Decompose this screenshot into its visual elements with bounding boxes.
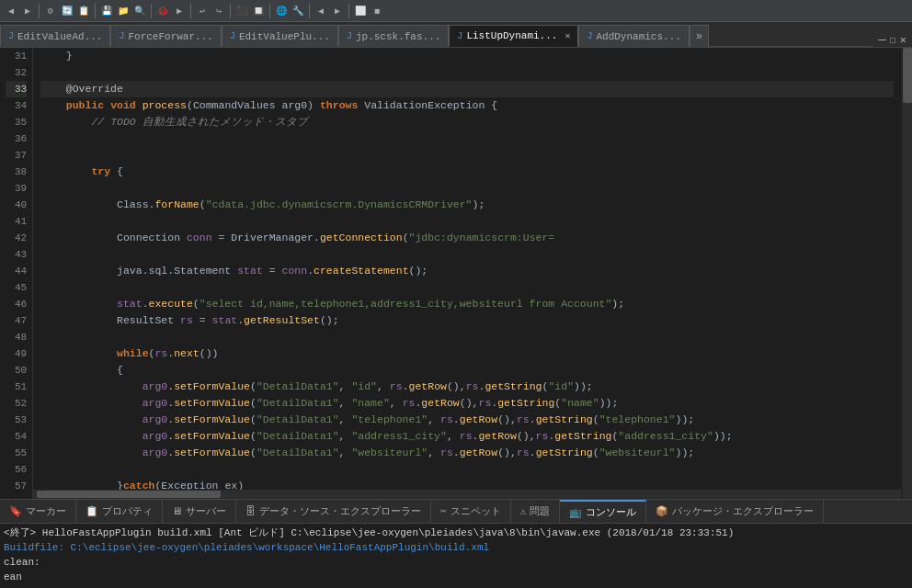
tab-close-5[interactable]: ✕ — [564, 30, 570, 41]
code-line-46: stat.execute("select id,name,telephone1,… — [40, 296, 894, 312]
code-line-49: while(rs.next()) — [40, 345, 894, 362]
code-line-53: arg0.setFormValue("DetailData1", "teleph… — [40, 412, 894, 428]
toolbar-icon-3[interactable]: 🔄 — [60, 4, 74, 18]
code-line-39 — [40, 180, 894, 197]
maximize-button[interactable]: ☐ — [890, 33, 896, 47]
bottom-tab-problems-label: 問題 — [530, 504, 550, 518]
toolbar-sep-7 — [309, 4, 310, 18]
toolbar-icon-7[interactable]: 🔍 — [132, 4, 147, 18]
bottom-tab-package[interactable]: 📦 パッケージ・エクスプローラー — [646, 500, 824, 524]
editor-tabbar: J EditValueAd... J ForceForwar... J Edit… — [0, 22, 912, 48]
code-lines: } @Override public void process(CommandV… — [33, 48, 901, 499]
tab-icon-5: J — [457, 31, 462, 41]
code-line-42: Connection conn = DriverManager.getConne… — [40, 230, 894, 246]
toolbar-run-icon[interactable]: ▶ — [172, 4, 187, 18]
toolbar-undo-icon[interactable]: ↩ — [195, 4, 210, 18]
tab-overflow[interactable]: » — [690, 25, 709, 47]
bottom-tab-datasource[interactable]: 🗄 データ・ソース・エクスプローラー — [236, 500, 431, 524]
console-line-2: Buildfile: C:\eclipse\jee-oxygen\pleiade… — [4, 540, 908, 555]
toolbar-nav-back-icon[interactable]: ◀ — [314, 4, 328, 18]
code-line-37 — [40, 147, 894, 164]
bottom-tab-marker[interactable]: 🔖 マーカー — [0, 500, 76, 524]
code-line-38: try { — [40, 164, 894, 180]
toolbar-collapse-icon[interactable]: ◼ — [370, 4, 384, 18]
bottom-tab-marker-icon: 🔖 — [9, 505, 22, 517]
tab-jpscsk[interactable]: J jp.scsk.fas... — [338, 25, 449, 47]
bottom-tab-properties-icon: 📋 — [86, 505, 98, 517]
tab-editvalueplu[interactable]: J EditValuePlu... — [222, 25, 338, 47]
bottom-tab-problems[interactable]: ⚠ 問題 — [511, 500, 561, 524]
console-line-1: <終了> HelloFastAppPlugin build.xml [Ant ビ… — [4, 526, 908, 540]
toolbar-icon-11[interactable]: 🔧 — [291, 4, 305, 18]
bottom-tab-console[interactable]: 📺 コンソール — [560, 500, 646, 524]
bottom-tab-server[interactable]: 🖥 サーバー — [163, 500, 236, 524]
code-minimap — [901, 48, 912, 499]
bottom-tab-snippet-label: スニペット — [450, 504, 501, 518]
code-line-36 — [40, 130, 894, 147]
toolbar-sep-5 — [230, 4, 231, 18]
console-line-4: ean — [4, 570, 908, 584]
bottom-tab-datasource-icon: 🗄 — [245, 505, 256, 517]
toolbar-expand-icon[interactable]: ⬜ — [353, 4, 368, 18]
console-line-3: clean: — [4, 555, 908, 570]
toolbar-icon-4[interactable]: 📋 — [76, 4, 91, 18]
tab-overflow-icon: » — [696, 30, 702, 43]
code-line-56 — [40, 461, 894, 478]
code-line-55: arg0.setFormValue("DetailData1", "websit… — [40, 445, 894, 461]
bottom-panel: 🔖 マーカー 📋 プロパティ 🖥 サーバー 🗄 データ・ソース・エクスプローラー… — [0, 499, 912, 588]
code-line-41 — [40, 213, 894, 230]
tab-label-6: AddDynamics... — [596, 31, 680, 42]
tab-icon-4: J — [347, 31, 352, 41]
code-line-35: // TODO 自動生成されたメソッド・スタブ — [40, 114, 894, 130]
code-line-34: public void process(CommandValues arg0) … — [40, 97, 894, 114]
toolbar-debug-icon[interactable]: 🐞 — [155, 4, 170, 18]
bottom-tab-problems-icon: ⚠ — [520, 505, 527, 517]
vertical-scrollbar-track[interactable] — [903, 48, 912, 499]
tab-label-4: jp.scsk.fas... — [356, 31, 440, 42]
tab-icon-6: J — [587, 31, 592, 41]
tab-forceforwar[interactable]: J ForceForwar... — [110, 25, 221, 47]
bottom-tab-snippet[interactable]: ✂ スニペット — [431, 500, 511, 524]
toolbar-icon-9[interactable]: 🔲 — [251, 4, 266, 18]
toolbar-redo-icon[interactable]: ↪ — [211, 4, 226, 18]
line-number-gutter: 31 32 33 34 35 36 37 38 39 40 41 42 43 4… — [0, 48, 33, 499]
toolbar-back-icon[interactable]: ◀ — [4, 4, 18, 18]
tab-label-1: EditValueAd... — [17, 31, 102, 42]
toolbar-icon-5[interactable]: 💾 — [99, 4, 114, 18]
vertical-scrollbar-thumb[interactable] — [903, 48, 912, 103]
code-line-51: arg0.setFormValue("DetailData1", "id", r… — [40, 379, 894, 395]
bottom-tab-properties[interactable]: 📋 プロパティ — [76, 500, 163, 524]
code-line-43 — [40, 246, 894, 263]
bottom-tab-package-label: パッケージ・エクスプローラー — [672, 504, 814, 518]
code-line-33: @Override — [40, 81, 894, 97]
bottom-tab-console-label: コンソール — [586, 505, 636, 519]
toolbar-icon-1[interactable]: ▶ — [20, 4, 35, 18]
tab-editvaluead[interactable]: J EditValueAd... — [0, 25, 110, 47]
minimize-button[interactable]: — — [878, 32, 885, 47]
code-line-45 — [40, 279, 894, 296]
console-output[interactable]: <終了> HelloFastAppPlugin build.xml [Ant ビ… — [0, 524, 912, 588]
toolbar-icon-8[interactable]: ⬛ — [234, 4, 249, 18]
code-editor[interactable]: } @Override public void process(CommandV… — [33, 48, 901, 499]
toolbar-nav-fwd-icon[interactable]: ▶ — [330, 4, 345, 18]
bottom-tab-server-icon: 🖥 — [172, 505, 182, 517]
toolbar-icon-2[interactable]: ⚙ — [43, 4, 58, 18]
code-line-54: arg0.setFormValue("DetailData1", "addres… — [40, 428, 894, 445]
bottom-tab-properties-label: プロパティ — [102, 504, 153, 518]
tab-adddynamics[interactable]: J AddDynamics... — [578, 25, 689, 47]
tab-label-3: EditValuePlu... — [239, 31, 330, 42]
main-toolbar: ◀ ▶ ⚙ 🔄 📋 💾 📁 🔍 🐞 ▶ ↩ ↪ ⬛ 🔲 🌐 🔧 ◀ ▶ ⬜ ◼ — [0, 0, 912, 22]
tab-icon-1: J — [8, 31, 14, 41]
tab-icon-3: J — [230, 31, 235, 41]
code-line-32 — [40, 64, 894, 81]
toolbar-sep-1 — [39, 4, 40, 18]
close-button[interactable]: ✕ — [900, 33, 906, 47]
toolbar-sep-3 — [151, 4, 152, 18]
toolbar-icon-6[interactable]: 📁 — [116, 4, 131, 18]
horizontal-scrollbar[interactable] — [33, 490, 901, 499]
code-line-48 — [40, 329, 894, 345]
code-line-47: ResultSet rs = stat.getResultSet(); — [40, 312, 894, 329]
tab-listupdynami[interactable]: J ListUpDynami... ✕ — [449, 25, 578, 47]
toolbar-icon-10[interactable]: 🌐 — [274, 4, 289, 18]
h-scroll-thumb[interactable] — [37, 491, 221, 498]
